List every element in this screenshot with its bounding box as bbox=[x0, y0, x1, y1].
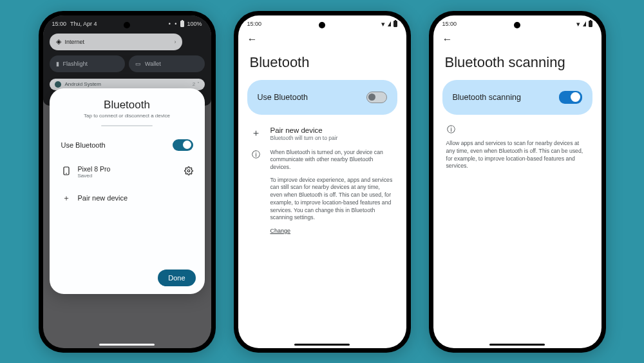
page-title: Bluetooth scanning bbox=[433, 49, 601, 80]
device-name: Pixel 8 Pro bbox=[78, 165, 111, 173]
qs-tile-internet[interactable]: ◈ Internet › bbox=[50, 34, 183, 50]
camera-punch-hole bbox=[514, 22, 520, 28]
status-battery-pct: 100% bbox=[187, 21, 202, 27]
device-row-pixel-8-pro[interactable]: Pixel 8 Pro Saved bbox=[60, 161, 194, 182]
bluetooth-info-block: ⓘ When Bluetooth is turned on, your devi… bbox=[238, 148, 406, 235]
home-indicator[interactable] bbox=[489, 344, 545, 346]
qs-tile-wallet[interactable]: ▭ Wallet bbox=[129, 55, 205, 72]
qs-tile-flashlight[interactable]: ▮ Flashlight bbox=[50, 55, 126, 72]
wifi-icon: ▾ bbox=[576, 21, 580, 28]
use-bluetooth-label: Use Bluetooth bbox=[258, 93, 308, 102]
sheet-subtitle: Tap to connect or disconnect a device bbox=[60, 113, 194, 119]
use-bluetooth-toggle[interactable] bbox=[366, 92, 387, 103]
use-bluetooth-row[interactable]: Use Bluetooth bbox=[60, 135, 194, 155]
info-icon: ⓘ bbox=[251, 149, 261, 235]
svg-point-1 bbox=[66, 173, 67, 174]
page-title: Bluetooth bbox=[238, 49, 406, 80]
pair-new-device-label: Pair new device bbox=[78, 194, 128, 202]
back-arrow-icon[interactable]: ← bbox=[247, 34, 258, 44]
phone-bluetooth-settings: 15:00 ▾ ← Bluetooth Use Bluetooth ＋ Pair… bbox=[234, 11, 411, 353]
qs-tile-label: Wallet bbox=[145, 61, 161, 67]
bluetooth-scanning-toggle[interactable] bbox=[559, 91, 582, 104]
info-icon: ⓘ bbox=[446, 124, 457, 135]
phone-icon bbox=[61, 166, 71, 177]
cell-signal-icon bbox=[388, 21, 391, 26]
home-indicator[interactable] bbox=[294, 344, 350, 346]
pair-new-device-sublabel: Bluetooth will turn on to pair bbox=[270, 135, 338, 141]
battery-icon bbox=[180, 21, 184, 27]
scanning-info-icon-row: ⓘ bbox=[433, 123, 601, 137]
use-bluetooth-card[interactable]: Use Bluetooth bbox=[247, 80, 397, 115]
sheet-title: Bluetooth bbox=[60, 99, 194, 112]
status-time: 15:00 bbox=[442, 21, 457, 27]
wallet-icon: ▭ bbox=[135, 61, 141, 67]
status-time: 15:00 bbox=[52, 21, 67, 27]
battery-icon bbox=[589, 21, 592, 27]
notification-collapse-indicator: 2 ˅ bbox=[193, 81, 200, 87]
plus-icon: ＋ bbox=[251, 127, 261, 139]
chevron-right-icon: › bbox=[174, 39, 176, 45]
info-paragraph-2: To improve device experience, apps and s… bbox=[270, 177, 393, 222]
info-paragraph-1: When Bluetooth is turned on, your device… bbox=[270, 149, 393, 172]
wifi-icon: ▾ bbox=[381, 21, 385, 28]
bluetooth-scanning-label: Bluetooth scanning bbox=[453, 93, 521, 102]
use-bluetooth-label: Use Bluetooth bbox=[61, 141, 106, 149]
use-bluetooth-toggle[interactable] bbox=[173, 139, 193, 151]
back-arrow-icon[interactable]: ← bbox=[442, 34, 453, 44]
status-dots-icon: • • bbox=[169, 21, 178, 27]
status-time: 15:00 bbox=[247, 21, 262, 27]
notification-title: Android System bbox=[65, 81, 101, 87]
flashlight-icon: ▮ bbox=[56, 61, 59, 67]
sheet-divider bbox=[101, 125, 153, 126]
android-system-avatar-icon bbox=[55, 81, 61, 88]
phone-quick-settings-bluetooth: 15:00 Thu, Apr 4 • • 100% ◈ Internet › ▮… bbox=[39, 11, 216, 353]
plus-icon: ＋ bbox=[61, 193, 71, 204]
device-status: Saved bbox=[78, 173, 111, 179]
bluetooth-sheet: Bluetooth Tap to connect or disconnect a… bbox=[50, 88, 205, 294]
pair-new-device-label: Pair new device bbox=[270, 126, 338, 134]
svg-point-2 bbox=[187, 170, 190, 172]
bluetooth-scanning-card[interactable]: Bluetooth scanning bbox=[442, 80, 592, 115]
change-link[interactable]: Change bbox=[270, 228, 291, 234]
phone-bluetooth-scanning-settings: 15:00 ▾ ← Bluetooth scanning Bluetooth s… bbox=[429, 11, 606, 353]
pair-new-device-row[interactable]: ＋ Pair new device Bluetooth will turn on… bbox=[238, 123, 406, 148]
cell-signal-icon bbox=[583, 21, 586, 26]
device-settings-gear-icon[interactable] bbox=[184, 166, 193, 177]
home-indicator[interactable] bbox=[99, 344, 155, 346]
pair-new-device-row[interactable]: ＋ Pair new device bbox=[60, 189, 194, 208]
scanning-description: Allow apps and services to scan for near… bbox=[433, 136, 601, 170]
done-button[interactable]: Done bbox=[158, 270, 195, 286]
wifi-icon: ◈ bbox=[56, 38, 61, 45]
camera-punch-hole bbox=[319, 22, 325, 28]
camera-punch-hole bbox=[124, 22, 130, 28]
qs-tile-label: Internet bbox=[65, 39, 85, 45]
qs-tile-label: Flashlight bbox=[63, 61, 88, 67]
battery-icon bbox=[393, 21, 397, 27]
status-date: Thu, Apr 4 bbox=[70, 21, 97, 27]
